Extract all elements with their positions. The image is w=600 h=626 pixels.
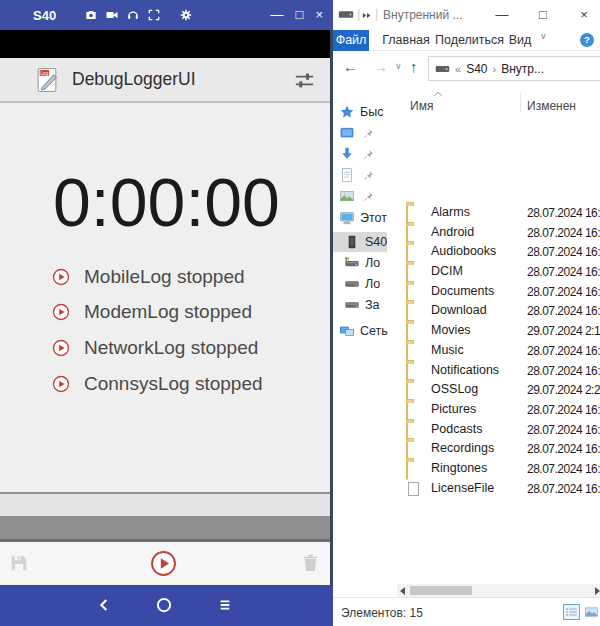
explorer-minimize-button[interactable]: — (492, 7, 512, 22)
file-modified: 29.07.2024 2:16 (527, 324, 600, 338)
breadcrumb-device[interactable]: S40 (466, 62, 487, 76)
nav-back-icon[interactable]: ← (343, 58, 358, 75)
file-modified: 28.07.2024 16:44 (527, 285, 600, 299)
sidebar-item-desktop[interactable] (333, 123, 374, 143)
pin-icon (363, 149, 374, 160)
phone-maximize-button[interactable]: □ (296, 7, 304, 23)
file-name: Podcasts (431, 422, 482, 436)
fullscreen-icon[interactable] (147, 8, 161, 22)
trash-icon[interactable] (300, 552, 321, 574)
file-row[interactable]: DCIM28.07.2024 16:44 (333, 262, 600, 282)
file-name: Android (431, 225, 474, 239)
debuglogger-toolbar (0, 542, 333, 585)
sort-ascending-caret-icon (433, 91, 443, 97)
explorer-maximize-button[interactable]: □ (533, 7, 553, 22)
quick-access-toolbar-icon[interactable] (362, 12, 372, 19)
details-view-icon (565, 606, 578, 618)
file-row[interactable]: Podcasts28.07.2024 16:44 (333, 420, 600, 440)
address-bar[interactable]: « S40 › Внутр... (428, 56, 600, 81)
log-status-label: MobileLog stopped (84, 266, 245, 288)
file-row[interactable]: Documents28.07.2024 16:44 (333, 282, 600, 302)
column-header-modified[interactable]: Изменен (527, 99, 576, 113)
file-modified: 28.07.2024 16:44 (527, 226, 600, 240)
file-row[interactable]: Pictures28.07.2024 16:44 (333, 400, 600, 420)
tab-view[interactable]: Вид (504, 30, 536, 51)
column-header-name[interactable]: Имя (410, 99, 433, 113)
scroll-left-arrow-icon[interactable] (400, 587, 405, 595)
quick-access-star-icon (339, 104, 355, 120)
file-list: Alarms28.07.2024 16:44 Android28.07.2024… (333, 203, 600, 498)
tab-file[interactable]: Файл (333, 30, 369, 51)
save-icon[interactable] (8, 552, 30, 574)
phone-window-titlebar[interactable]: S40 — □ × (0, 0, 333, 30)
file-modified: 28.07.2024 16:44 (527, 265, 600, 279)
phone-close-button[interactable]: × (315, 7, 323, 23)
breadcrumb-folder[interactable]: Внутр... (501, 62, 544, 76)
screen: S40 — □ × Log DebugLoggerUI (0, 0, 600, 626)
file-row[interactable]: Audiobooks28.07.2024 16:44 (333, 242, 600, 262)
scrollbar-thumb[interactable] (410, 586, 472, 595)
scroll-right-arrow-icon[interactable] (595, 587, 600, 595)
ribbon-expand-chevron-icon[interactable]: ∨ (540, 31, 547, 41)
file-row[interactable]: Music28.07.2024 16:44 (333, 341, 600, 361)
navigation-toolbar: ← → ∨ ↑ « S40 › Внутр... (333, 52, 600, 88)
file-row[interactable]: Alarms28.07.2024 16:44 (333, 203, 600, 223)
folder-icon (406, 461, 408, 480)
file-row[interactable]: OSSLog29.07.2024 2:20 (333, 380, 600, 400)
explorer-window: | | Внутренний ... — □ × Файл Главная По… (333, 0, 600, 626)
videocam-icon[interactable] (105, 8, 119, 22)
home-icon[interactable] (155, 596, 173, 614)
headphones-icon[interactable] (126, 8, 140, 22)
recent-locations-chevron-icon[interactable]: ∨ (395, 61, 402, 71)
explorer-main: Быс Этот S (333, 88, 600, 584)
log-status-row[interactable]: ModemLog stopped (52, 295, 263, 331)
tune-sliders-icon[interactable] (293, 69, 316, 92)
breadcrumb-collapse[interactable]: « (455, 63, 461, 75)
file-row[interactable]: Ringtones28.07.2024 16:44 (333, 459, 600, 479)
explorer-titlebar[interactable]: | | Внутренний ... — □ × (333, 0, 600, 30)
pin-icon (363, 191, 374, 202)
desktop-icon (339, 125, 355, 141)
thumbnails-view-icon (585, 606, 598, 618)
sidebar-item-quick-access[interactable]: Быс (333, 102, 383, 122)
start-log-play-button[interactable] (150, 550, 177, 577)
scrcpy-phone-window: S40 — □ × Log DebugLoggerUI (0, 0, 333, 626)
help-icon[interactable]: ? (580, 33, 594, 47)
nav-forward-icon[interactable]: → (373, 58, 388, 75)
log-status-row[interactable]: MobileLog stopped (52, 259, 263, 295)
tab-share[interactable]: Поделиться (435, 30, 503, 51)
file-modified: 28.07.2024 16:44 (527, 245, 600, 259)
phone-minimize-button[interactable]: — (271, 7, 284, 23)
recents-icon[interactable] (217, 597, 233, 613)
file-name: Alarms (431, 205, 470, 219)
settings-icon[interactable] (179, 8, 193, 22)
details-view-button[interactable] (563, 604, 580, 620)
file-row[interactable]: Movies29.07.2024 2:16 (333, 321, 600, 341)
file-row[interactable]: Notifications28.07.2024 16:44 (333, 361, 600, 381)
file-name: Audiobooks (431, 244, 496, 258)
nav-up-icon[interactable]: ↑ (410, 58, 418, 75)
file-row[interactable]: LicenseFile28.07.2024 16:46 (333, 479, 600, 499)
play-circle-icon (52, 303, 70, 321)
tab-home[interactable]: Главная (377, 30, 435, 51)
play-circle-icon (52, 375, 70, 393)
camera-icon[interactable] (84, 8, 98, 22)
file-name: Ringtones (431, 461, 487, 475)
file-row[interactable]: Android28.07.2024 16:44 (333, 223, 600, 243)
sidebar-item-documents[interactable] (333, 165, 374, 185)
file-modified: 28.07.2024 16:44 (527, 442, 600, 456)
log-status-row[interactable]: ConnsysLog stopped (52, 366, 263, 402)
file-row[interactable]: Recordings28.07.2024 16:44 (333, 439, 600, 459)
thumbnails-view-button[interactable] (583, 604, 600, 620)
explorer-close-button[interactable]: × (574, 7, 594, 22)
log-status-row[interactable]: NetworkLog stopped (52, 330, 263, 366)
file-row[interactable]: Download28.07.2024 16:44 (333, 301, 600, 321)
divider-band (0, 494, 333, 516)
back-icon[interactable] (96, 597, 112, 613)
separator: | (357, 6, 360, 21)
sidebar-item-downloads[interactable] (333, 144, 374, 164)
drive-icon (435, 64, 450, 74)
file-name: Music (431, 343, 464, 357)
horizontal-scrollbar[interactable] (397, 584, 600, 597)
column-separator[interactable] (520, 93, 521, 112)
